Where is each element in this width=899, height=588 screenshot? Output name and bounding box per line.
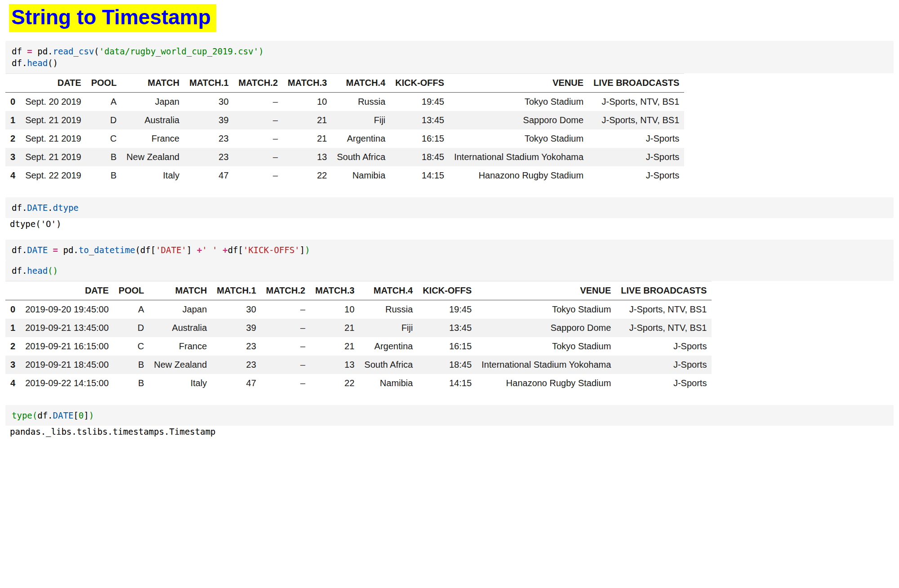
table-cell: J-Sports [616, 356, 712, 374]
table-cell: France [149, 337, 212, 356]
table-cell: A [114, 300, 149, 319]
table-cell: Fiji [332, 111, 390, 129]
table-cell: 14:15 [390, 166, 449, 185]
table-cell: J-Sports, NTV, BS1 [588, 111, 684, 129]
page-title-text: String to Timestamp [9, 4, 216, 32]
code-token: . [48, 46, 53, 56]
code-token: DATE [27, 203, 48, 213]
column-header: MATCH [121, 73, 184, 92]
code-token: df [37, 410, 48, 420]
table-cell: Sept. 21 2019 [20, 111, 86, 129]
code-token: () [48, 266, 58, 276]
table-row: 0Sept. 20 2019AJapan30–10Russia19:45Toky… [5, 92, 684, 111]
table-cell: Tokyo Stadium [476, 337, 616, 356]
code-token: . [73, 245, 78, 255]
table-cell: J-Sports [616, 374, 712, 392]
table-cell: – [261, 337, 310, 356]
table-cell: 39 [184, 111, 233, 129]
code-token: 0 [79, 410, 84, 420]
code-token: df [12, 266, 22, 276]
table-cell: D [114, 319, 149, 337]
table-cell: Sept. 22 2019 [20, 166, 86, 185]
table-cell: 16:15 [390, 129, 449, 148]
code-token: + [197, 245, 202, 255]
table-cell: Hanazono Rugby Stadium [449, 166, 588, 185]
table-cell: J-Sports [588, 166, 684, 185]
column-header: MATCH.2 [234, 73, 283, 92]
code-token: DATE [53, 410, 74, 420]
row-index: 3 [5, 356, 20, 374]
table-cell: France [121, 129, 184, 148]
table-cell: Argentina [360, 337, 418, 356]
code-token: dtype [53, 203, 79, 213]
table-cell: 2019-09-20 19:45:00 [20, 300, 114, 319]
row-index: 4 [5, 374, 20, 392]
table-cell: 21 [283, 111, 332, 129]
code-cell-dtype-check: df.DATE.dtype [5, 197, 894, 218]
table-cell: Namibia [332, 166, 390, 185]
code-token: ' ' [202, 245, 217, 255]
code-token: df[ [228, 245, 243, 255]
table-cell: 23 [184, 129, 233, 148]
code-token: df [12, 203, 22, 213]
table-row: 1Sept. 21 2019DAustralia39–21Fiji13:45Sa… [5, 111, 684, 129]
table-cell: 13:45 [418, 319, 476, 337]
table-cell: 2019-09-21 18:45:00 [20, 356, 114, 374]
table-cell: 30 [212, 300, 261, 319]
table-cell: 21 [310, 337, 359, 356]
code-token: . [48, 410, 53, 420]
table-cell: B [86, 148, 122, 166]
table-cell: B [114, 374, 149, 392]
row-index: 3 [5, 148, 20, 166]
table-cell: Japan [149, 300, 212, 319]
table-cell: South Africa [332, 148, 390, 166]
code-token: ( [32, 410, 37, 420]
row-index: 4 [5, 166, 20, 185]
dataframe-table-2: DATEPOOLMATCHMATCH.1MATCH.2MATCH.3MATCH.… [5, 281, 712, 392]
column-header: KICK-OFFS [418, 281, 476, 300]
code-token: () [48, 58, 58, 68]
column-header: MATCH [149, 281, 212, 300]
column-header: POOL [86, 73, 122, 92]
table-row: 42019-09-22 14:15:00BItaly47–22Namibia14… [5, 374, 712, 392]
notebook-page: String to Timestamp df = pd.read_csv('da… [0, 0, 899, 455]
code-token: ) [305, 245, 310, 255]
code-token: type [12, 410, 32, 420]
table-cell: Russia [332, 92, 390, 111]
table-cell: Fiji [360, 319, 418, 337]
table-cell: J-Sports, NTV, BS1 [616, 319, 712, 337]
code-token: 'data/rugby_world_cup_2019.csv' [99, 46, 259, 56]
code-token: to_datetime [79, 245, 135, 255]
column-header: DATE [20, 73, 86, 92]
code-token: df[ [140, 245, 156, 255]
row-index: 2 [5, 129, 20, 148]
table-cell: Tokyo Stadium [449, 129, 588, 148]
code-cell-head: df.head() [5, 260, 894, 281]
column-header [5, 281, 20, 300]
table-cell: J-Sports, NTV, BS1 [588, 92, 684, 111]
code-cell-to-datetime: df.DATE = pd.to_datetime(df['DATE'] +' '… [5, 240, 894, 260]
column-header: MATCH.1 [184, 73, 233, 92]
code-token: df [12, 245, 22, 255]
table-cell: 10 [310, 300, 359, 319]
table-cell: B [86, 166, 122, 185]
code-token: . [22, 245, 27, 255]
row-index: 1 [5, 111, 20, 129]
column-header: MATCH.3 [310, 281, 359, 300]
table-cell: 22 [283, 166, 332, 185]
code-token: pd [32, 46, 48, 56]
table-cell: 18:45 [390, 148, 449, 166]
code-token: . [22, 266, 27, 276]
table-cell: International Stadium Yokohama [476, 356, 616, 374]
code-line: df = pd.read_csv('data/rugby_world_cup_2… [12, 45, 887, 57]
table-cell: International Stadium Yokohama [449, 148, 588, 166]
table-cell: – [234, 148, 283, 166]
table-row: 22019-09-21 16:15:00CFrance23–21Argentin… [5, 337, 712, 356]
table-cell: 47 [184, 166, 233, 185]
output-dtype-result: dtype('O') [5, 218, 894, 230]
table-row: 3Sept. 21 2019BNew Zealand23–13South Afr… [5, 148, 684, 166]
table-row: 12019-09-21 13:45:00DAustralia39–21Fiji1… [5, 319, 712, 337]
code-token: [ [73, 410, 78, 420]
table-cell: Australia [149, 319, 212, 337]
code-token: ] [187, 245, 197, 255]
